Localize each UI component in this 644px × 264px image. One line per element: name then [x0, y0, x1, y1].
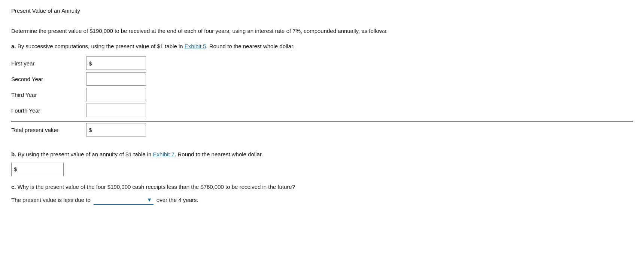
section-b-label: b. By using the present value of an annu… — [11, 150, 633, 159]
first-year-dollar: $ — [86, 60, 93, 67]
first-year-row: First year $ — [11, 56, 633, 70]
section-c: c. Why is the present value of the four … — [11, 183, 633, 205]
third-year-row: Third Year — [11, 88, 633, 101]
second-year-input[interactable] — [86, 72, 146, 86]
page-title: Present Value of an Annuity — [11, 7, 633, 14]
section-b-bold: b. — [11, 151, 16, 157]
total-input-wrapper: $ — [86, 123, 146, 136]
third-year-input[interactable] — [86, 88, 146, 101]
exhibit-5-link[interactable]: Exhibit 5 — [185, 43, 206, 49]
second-year-row: Second Year — [11, 72, 633, 86]
section-b: b. By using the present value of an annu… — [11, 150, 633, 176]
fourth-year-label: Fourth Year — [11, 107, 86, 114]
first-year-input-wrapper: $ — [86, 56, 146, 70]
section-a-label: a. By successive computations, using the… — [11, 42, 633, 51]
total-input[interactable] — [93, 123, 138, 136]
intro-text: Determine the present value of $190,000 … — [11, 27, 633, 36]
section-c-dropdown-row: The present value is less due to discoun… — [11, 195, 633, 205]
dropdown-container: discounting compounding interest inflati… — [94, 195, 154, 205]
second-year-label: Second Year — [11, 76, 86, 82]
section-b-dollar: $ — [12, 166, 18, 172]
exhibit-7-link[interactable]: Exhibit 7 — [153, 151, 175, 157]
section-b-input[interactable] — [18, 163, 56, 176]
first-year-label: First year — [11, 60, 86, 67]
section-a-form: First year $ Second Year Third Year Four… — [11, 56, 633, 136]
first-year-input[interactable] — [93, 57, 138, 70]
total-dollar: $ — [86, 127, 93, 133]
total-present-value-label: Total present value — [11, 127, 86, 133]
total-present-value-row: Total present value $ — [11, 121, 633, 136]
section-a-bold: a. — [11, 43, 16, 49]
section-c-suffix: over the 4 years. — [157, 197, 198, 203]
third-year-label: Third Year — [11, 92, 86, 98]
section-b-input-wrapper: $ — [11, 163, 64, 176]
fourth-year-row: Fourth Year — [11, 104, 633, 119]
section-c-prefix: The present value is less due to — [11, 197, 91, 203]
section-c-label: c. Why is the present value of the four … — [11, 183, 633, 191]
section-c-bold: c. — [11, 184, 16, 190]
fourth-year-input[interactable] — [86, 104, 146, 117]
reason-dropdown[interactable]: discounting compounding interest inflati… — [94, 195, 154, 204]
